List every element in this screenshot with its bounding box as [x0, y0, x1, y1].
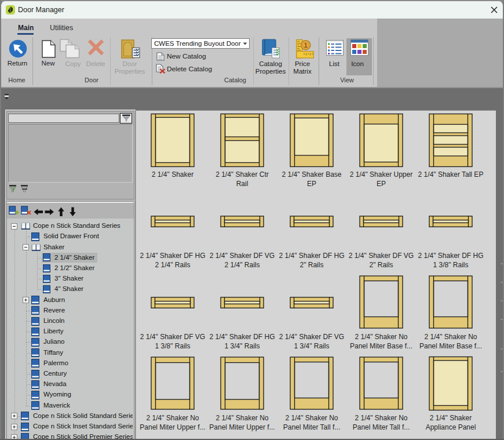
svg-text:1: 1: [304, 42, 308, 49]
